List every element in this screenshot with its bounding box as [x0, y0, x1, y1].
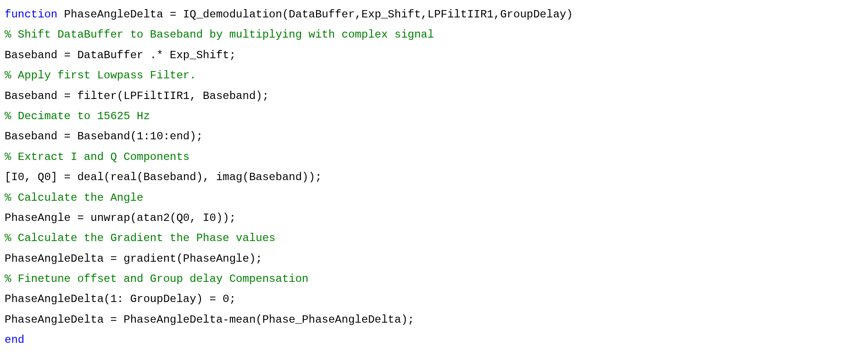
code-segment-plain: PhaseAngleDelta = gradient(PhaseAngle); [5, 253, 262, 265]
code-segment-plain: PhaseAngleDelta = PhaseAngleDelta-mean(P… [5, 314, 414, 326]
code-segment-plain: Baseband = Baseband(1:10:end); [5, 130, 203, 143]
code-segment-comment: % Apply first Lowpass Filter. [5, 69, 196, 82]
code-segment-comment: % Calculate the Angle [5, 192, 143, 204]
code-segment-keyword: function [5, 8, 57, 21]
code-segment-comment: % Calculate the Gradient the Phase value… [5, 232, 276, 244]
code-segment-comment: % Decimate to 15625 Hz [5, 110, 150, 122]
code-segment-plain: PhaseAngleDelta = IQ_demodulation(DataBu… [57, 8, 573, 21]
code-line: function PhaseAngleDelta = IQ_demodulati… [5, 5, 863, 25]
code-segment-plain: Baseband = filter(LPFiltIIR1, Baseband); [5, 90, 269, 102]
code-line: Baseband = Baseband(1:10:end); [5, 126, 863, 147]
code-segment-comment: % Shift DataBuffer to Baseband by multip… [5, 28, 434, 41]
code-line: Baseband = DataBuffer .* Exp_Shift; [5, 45, 863, 66]
code-block: function PhaseAngleDelta = IQ_demodulati… [5, 5, 863, 351]
code-line: % Apply first Lowpass Filter. [5, 66, 863, 86]
code-segment-comment: % Finetune offset and Group delay Compen… [5, 273, 309, 285]
code-segment-plain: [I0, Q0] = deal(real(Baseband), imag(Bas… [5, 171, 322, 183]
code-segment-keyword: end [5, 334, 24, 346]
code-segment-plain: PhaseAngle = unwrap(atan2(Q0, I0)); [5, 212, 236, 224]
code-line: % Shift DataBuffer to Baseband by multip… [5, 25, 863, 45]
code-line: PhaseAngle = unwrap(atan2(Q0, I0)); [5, 208, 863, 228]
code-segment-plain: Baseband = DataBuffer .* Exp_Shift; [5, 49, 236, 61]
code-line: % Finetune offset and Group delay Compen… [5, 269, 863, 289]
code-line: PhaseAngleDelta(1: GroupDelay) = 0; [5, 289, 863, 309]
code-line: % Extract I and Q Components [5, 147, 863, 167]
code-line: [I0, Q0] = deal(real(Baseband), imag(Bas… [5, 167, 863, 187]
code-line: % Decimate to 15625 Hz [5, 106, 863, 126]
code-line: PhaseAngleDelta = gradient(PhaseAngle); [5, 249, 863, 269]
code-line: % Calculate the Gradient the Phase value… [5, 228, 863, 248]
code-line: % Calculate the Angle [5, 188, 863, 208]
code-line: end [5, 330, 863, 350]
code-segment-plain: PhaseAngleDelta(1: GroupDelay) = 0; [5, 293, 236, 305]
code-line: Baseband = filter(LPFiltIIR1, Baseband); [5, 86, 863, 106]
code-segment-comment: % Extract I and Q Components [5, 151, 189, 163]
code-line: PhaseAngleDelta = PhaseAngleDelta-mean(P… [5, 310, 863, 330]
